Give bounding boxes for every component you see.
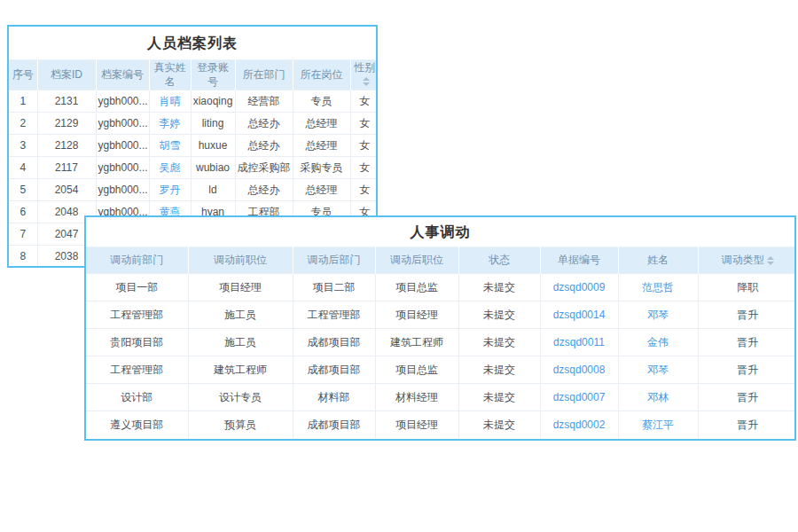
cell-link[interactable]: 邓琴 bbox=[647, 309, 669, 321]
table-cell: 贵阳项目部 bbox=[86, 329, 188, 356]
cell-link[interactable]: 李婷 bbox=[160, 117, 181, 129]
column-header-6: 所在岗位 bbox=[293, 60, 350, 90]
table-cell: 1 bbox=[9, 90, 37, 113]
table-cell: 材料部 bbox=[293, 384, 375, 411]
column-header-label: 调动类型 bbox=[722, 254, 764, 266]
cell-link[interactable]: 蔡江平 bbox=[642, 419, 674, 431]
table-cell: xiaoqing bbox=[191, 90, 235, 113]
table-cell: ygbh000... bbox=[96, 90, 149, 113]
column-header-label: 调动后职位 bbox=[390, 254, 443, 266]
column-header-7[interactable]: 调动类型 bbox=[698, 247, 796, 274]
table-cell: liting bbox=[191, 113, 235, 135]
column-header-5: 单据编号 bbox=[540, 247, 618, 274]
table-cell: 预算员 bbox=[188, 411, 293, 439]
column-header-1: 档案ID bbox=[37, 60, 96, 90]
cell-link[interactable]: 肖晴 bbox=[160, 95, 181, 107]
table-cell: 女 bbox=[350, 113, 378, 135]
table-cell: 晋升 bbox=[698, 411, 796, 439]
column-header-4: 状态 bbox=[458, 247, 540, 274]
table-cell: 专员 bbox=[293, 90, 350, 113]
table-cell: 未提交 bbox=[458, 384, 540, 411]
table-cell: 未提交 bbox=[458, 274, 540, 301]
cell-link[interactable]: dzsqd0002 bbox=[553, 419, 606, 431]
cell-link[interactable]: dzsqd0008 bbox=[553, 364, 606, 376]
column-header-5: 所在部门 bbox=[235, 60, 293, 90]
column-header-0: 调动前部门 bbox=[86, 247, 188, 274]
column-header-7[interactable]: 性别 bbox=[350, 60, 378, 90]
column-header-label: 序号 bbox=[12, 68, 34, 81]
column-header-label: 调动后部门 bbox=[308, 254, 361, 266]
table-cell: 5 bbox=[9, 179, 37, 201]
table-cell: 范思哲 bbox=[618, 274, 698, 301]
table-cell: 蔡江平 bbox=[618, 411, 698, 439]
table-cell: 成控采购部 bbox=[235, 157, 293, 179]
table-cell: 女 bbox=[350, 90, 378, 113]
column-header-label: 调动前职位 bbox=[214, 254, 267, 266]
table-cell: 金伟 bbox=[618, 329, 698, 356]
table-cell: 项目经理 bbox=[188, 274, 293, 301]
column-header-label: 单据编号 bbox=[558, 254, 600, 266]
table-row: 工程管理部建筑工程师成都项目部项目总监未提交dzsqd0008邓琴晋升 bbox=[86, 356, 796, 384]
table-cell: 罗丹 bbox=[149, 179, 191, 201]
table-cell: 4 bbox=[9, 157, 37, 179]
table-cell: 采购专员 bbox=[293, 157, 350, 179]
table-cell: 晋升 bbox=[698, 301, 796, 329]
table-cell: 未提交 bbox=[458, 411, 540, 439]
table-cell: 施工员 bbox=[188, 329, 293, 356]
table-cell: 2054 bbox=[37, 179, 96, 201]
cell-link[interactable]: dzsqd0007 bbox=[553, 391, 606, 403]
table-cell: ygbh000... bbox=[96, 135, 149, 157]
cell-link[interactable]: dzsqd0014 bbox=[553, 309, 606, 321]
sort-icon bbox=[767, 256, 774, 265]
table-cell: 成都项目部 bbox=[293, 356, 375, 384]
table-cell: ygbh000... bbox=[96, 157, 149, 179]
cell-link[interactable]: 吴彪 bbox=[160, 161, 181, 174]
table-cell: 7 bbox=[9, 223, 37, 246]
table-cell: dzsqd0007 bbox=[540, 384, 618, 411]
table-cell: 项目总监 bbox=[375, 356, 458, 384]
table-row: 工程管理部施工员工程管理部项目经理未提交dzsqd0014邓琴晋升 bbox=[86, 301, 796, 329]
cell-link[interactable]: 胡雪 bbox=[160, 139, 181, 152]
transfer-table-title: 人事调动 bbox=[86, 217, 794, 246]
header-row: 序号档案ID档案编号真实姓名登录账号所在部门所在岗位性别 bbox=[9, 60, 378, 90]
table-cell: 未提交 bbox=[458, 301, 540, 329]
column-header-label: 姓名 bbox=[647, 254, 669, 266]
table-cell: 晋升 bbox=[698, 329, 796, 356]
table-cell: 肖晴 bbox=[149, 90, 191, 113]
table-cell: 总经办 bbox=[235, 135, 293, 157]
column-header-label: 真实姓名 bbox=[154, 61, 186, 88]
table-cell: 未提交 bbox=[458, 356, 540, 384]
column-header-3: 调动后职位 bbox=[375, 247, 458, 274]
cell-link[interactable]: 邓林 bbox=[647, 391, 669, 403]
table-cell: 设计部 bbox=[86, 384, 188, 411]
cell-link[interactable]: 邓琴 bbox=[647, 364, 669, 376]
table-cell: 2117 bbox=[37, 157, 96, 179]
cell-link[interactable]: dzsqd0011 bbox=[553, 336, 605, 348]
cell-link[interactable]: dzsqd0009 bbox=[553, 281, 606, 293]
table-cell: 胡雪 bbox=[149, 135, 191, 157]
table-row: 遵义项目部预算员成都项目部项目经理未提交dzsqd0002蔡江平晋升 bbox=[86, 411, 796, 439]
sort-icon bbox=[363, 77, 370, 86]
table-cell: 项目二部 bbox=[293, 274, 375, 301]
table-cell: 建筑工程师 bbox=[188, 356, 293, 384]
table-cell: 成都项目部 bbox=[293, 329, 375, 356]
table-cell: 经营部 bbox=[235, 90, 293, 113]
page-background: 人员档案列表 序号档案ID档案编号真实姓名登录账号所在部门所在岗位性别 1213… bbox=[0, 0, 798, 532]
cell-link[interactable]: 范思哲 bbox=[642, 281, 674, 293]
table-row: 32128ygbh000...胡雪huxue总经办总经理女 bbox=[9, 135, 378, 157]
header-row: 调动前部门调动前职位调动后部门调动后职位状态单据编号姓名调动类型 bbox=[86, 247, 796, 274]
table-cell: 未提交 bbox=[458, 329, 540, 356]
table-cell: 成都项目部 bbox=[293, 411, 375, 439]
table-cell: 总经办 bbox=[235, 179, 293, 201]
table-cell: 李婷 bbox=[149, 113, 191, 135]
table-row: 项目一部项目经理项目二部项目总监未提交dzsqd0009范思哲降职 bbox=[86, 274, 796, 301]
cell-link[interactable]: 罗丹 bbox=[160, 184, 181, 196]
table-row: 12131ygbh000...肖晴xiaoqing经营部专员女 bbox=[9, 90, 378, 113]
cell-link[interactable]: 金伟 bbox=[647, 336, 669, 348]
table-cell: 2128 bbox=[37, 135, 96, 157]
table-cell: 施工员 bbox=[188, 301, 293, 329]
table-cell: ld bbox=[191, 179, 235, 201]
column-header-0: 序号 bbox=[9, 60, 37, 90]
table-row: 22129ygbh000...李婷liting总经办总经理女 bbox=[9, 113, 378, 135]
table-cell: 材料经理 bbox=[375, 384, 458, 411]
